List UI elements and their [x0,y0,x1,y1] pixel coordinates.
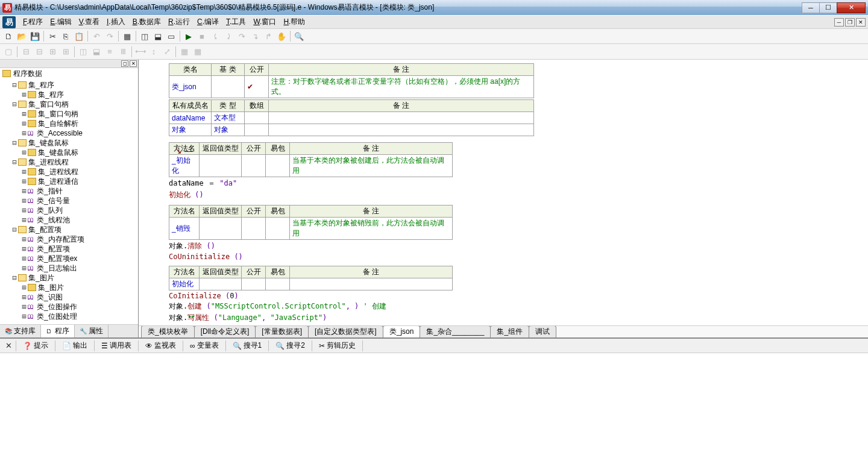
bottom-tab-1[interactable]: 📄输出 [57,339,93,353]
code-tab[interactable]: [Dll命令定义表] [194,325,256,337]
menu-V[interactable]: V.查看 [75,16,103,28]
tree-node[interactable]: ⊟集_键盘鼠标 [1,138,137,148]
tree-node[interactable]: ⊞集_图片 [1,283,137,292]
table-cell[interactable]: _销毁 [169,218,200,240]
expand-icon[interactable]: ⊟ [11,139,18,147]
tree-node[interactable]: ⊞🕮类_信号量 [1,196,137,205]
expand-icon[interactable]: ⊟ [11,225,18,234]
code-line[interactable]: dataName ＝ "da" [169,178,864,189]
code-editor[interactable]: 类名基 类公开备 注类_json✔注意：对于数字键名或者非正常变量字符（比如有空… [139,60,868,325]
menu-B[interactable]: B.数据库 [129,16,165,28]
code-tab[interactable]: 类_模块枚举 [141,325,195,337]
panel-pin-icon[interactable]: ◻ [121,60,128,67]
code-line[interactable]: 对象.创建 ("MSScriptControl.ScriptControl", … [169,301,864,312]
table-cell[interactable]: 当基于本类的对象被创建后，此方法会被自动调用 [290,155,453,177]
layout2-button[interactable]: ⬓ [152,30,164,42]
expand-icon[interactable]: ⊞ [20,119,28,128]
table-cell[interactable]: _初始化 [169,155,200,177]
tb2-11[interactable]: ↕ [148,46,160,58]
definition-table[interactable]: 方法名返回值类型公开易包备 注初始化 [169,266,453,290]
bottom-tab-3[interactable]: 👁监视表 [140,339,181,353]
table-cell[interactable] [266,218,290,240]
tree-node[interactable]: ⊞🕮类_配置项 [1,244,137,254]
tree-node[interactable]: ⊞集_程序 [1,90,137,99]
table-cell[interactable] [269,112,534,124]
tb2-9[interactable]: Ⅲ [117,46,129,58]
tree-node[interactable]: ⊞🕮类_识图 [1,292,137,302]
tb2-10[interactable]: ⟷ [134,46,146,58]
expand-icon[interactable]: ⊞ [20,148,28,157]
table-cell[interactable] [266,155,290,177]
expand-icon[interactable]: ⊟ [11,81,18,89]
definition-table[interactable]: 类名基 类公开备 注类_json✔注意：对于数字键名或者非正常变量字符（比如有空… [169,63,534,98]
debug2-button[interactable]: ⤸ [222,30,234,42]
menu-F[interactable]: F.程序 [19,16,46,28]
expand-icon[interactable]: ⊞ [20,264,28,272]
expand-icon[interactable]: ⊞ [20,312,28,321]
menu-E[interactable]: E.编辑 [46,16,75,28]
definition-table[interactable]: 方法名返回值类型公开易包备 注_初始化当基于本类的对象被创建后，此方法会被自动调… [169,142,453,177]
menu-W[interactable]: W.窗口 [250,16,280,28]
tb2-8[interactable]: ≡ [104,46,116,58]
table-cell[interactable]: ✔ [245,76,269,98]
tree-node[interactable]: ⊞🕮类_位图处理 [1,312,137,321]
step-out-button[interactable]: ↱ [262,30,274,42]
output-area[interactable] [0,353,868,458]
expand-icon[interactable]: ⊞ [20,303,28,311]
close-button[interactable]: ✕ [837,2,866,13]
tree-node[interactable]: ⊞🕮类_内存配置项 [1,234,137,244]
undo-button[interactable]: ↶ [90,30,102,42]
tb2-13[interactable]: ▦ [178,46,190,58]
cut-button[interactable]: ✂ [46,30,58,42]
tree-node[interactable]: ⊞🕮类_指针 [1,186,137,196]
tree-node[interactable]: ⊞集_进程通信 [1,177,137,186]
tree-node[interactable]: ⊞🕮类_队列 [1,205,137,215]
expand-icon[interactable]: ⊞ [20,216,28,224]
expand-icon[interactable]: ⊞ [20,90,28,99]
menu-I[interactable]: I.插入 [103,16,129,28]
debug1-button[interactable]: ⤹ [209,30,221,42]
tree-node[interactable]: ⊟集_程序 [1,80,137,90]
code-line[interactable]: CoInitialize (0) [169,292,864,300]
tree-node[interactable]: ⊞集_自绘解析 [1,119,137,128]
mdi-restore-icon[interactable]: ❐ [845,18,855,27]
tb2-6[interactable]: ◫ [77,46,89,58]
bottom-tab-5[interactable]: 🔍搜寻1 [227,339,268,353]
maximize-button[interactable]: ☐ [819,2,837,13]
table-cell[interactable]: 注意：对于数字键名或者非正常变量字符（比如有空格），必须使用 aa[x]的方式。 [269,76,534,98]
code-line[interactable]: 对象.清除 () [169,241,864,251]
breakpoint-button[interactable]: ✋ [275,30,288,42]
expand-icon[interactable]: ⊞ [20,168,28,176]
table-cell[interactable] [269,124,534,136]
code-tab[interactable]: [常量数据表] [255,325,309,337]
tree-node[interactable]: ⊟集_配置项 [1,225,137,234]
bottom-close-icon[interactable]: ✕ [2,340,14,352]
bottom-tab-4[interactable]: ∞变量表 [184,339,224,353]
table-row[interactable]: 初始化 [169,278,453,290]
menu-H[interactable]: H.帮助 [280,16,309,28]
table-cell[interactable] [200,278,242,290]
definition-table[interactable]: 方法名返回值类型公开易包备 注_销毁当基于本类的对象被销毁前，此方法会被自动调用 [169,205,453,240]
left-tab-1[interactable]: 🗋程序 [41,325,75,337]
table-cell[interactable] [242,278,266,290]
code-line[interactable]: ' 对象.数值方法 ("AddCode", #JSON操作) [169,324,864,325]
expand-icon[interactable]: ⊞ [20,235,28,243]
tree-node[interactable]: ⊞集_键盘鼠标 [1,148,137,157]
tree-view[interactable]: ⊟集_程序⊞集_程序⊟集_窗口句柄⊞集_窗口句柄⊞集_自绘解析⊞🕮类_Acces… [0,79,138,324]
tree-node[interactable]: ⊞🕮类_线程池 [1,215,137,225]
table-cell[interactable] [200,155,242,177]
table-cell[interactable] [212,76,245,98]
tree-node[interactable]: ⊞集_窗口句柄 [1,109,137,119]
expand-icon[interactable]: ⊞ [20,177,28,186]
tree-node[interactable]: ⊞集_进程线程 [1,167,137,177]
tree-node[interactable]: ⊞🕮类_Accessible [1,128,137,138]
mdi-close-icon[interactable]: ✕ [856,18,866,27]
expand-icon[interactable]: ⊞ [20,283,28,292]
table-row[interactable]: dataName文本型 [169,112,534,124]
expand-icon[interactable]: ⊞ [20,206,28,215]
tb2-4[interactable]: ⊞ [46,46,58,58]
expand-icon[interactable]: ⊞ [20,293,28,301]
stop-button[interactable]: ■ [196,30,208,42]
table-row[interactable]: 对象对象 [169,124,534,136]
expand-icon[interactable]: ⊟ [11,158,18,166]
